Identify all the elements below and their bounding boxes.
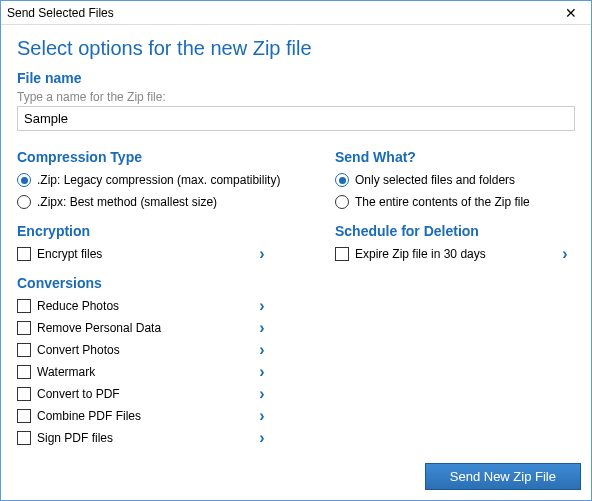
schedule-expire-row[interactable]: Expire Zip file in 30 days ›	[335, 243, 575, 265]
checkbox-icon	[17, 365, 31, 379]
filename-input[interactable]	[17, 106, 575, 131]
send-new-zip-button[interactable]: Send New Zip File	[425, 463, 581, 490]
radio-label: .Zipx: Best method (smallest size)	[37, 195, 217, 209]
titlebar: Send Selected Files ✕	[1, 1, 591, 25]
checkbox-icon	[17, 387, 31, 401]
conversion-combine-pdf[interactable]: Combine PDF Files ›	[17, 405, 272, 427]
checkbox-label: Reduce Photos	[37, 299, 252, 313]
checkbox-label: Remove Personal Data	[37, 321, 252, 335]
chevron-right-icon[interactable]: ›	[252, 297, 272, 315]
compression-option-zip[interactable]: .Zip: Legacy compression (max. compatibi…	[17, 169, 335, 191]
chevron-right-icon[interactable]: ›	[252, 429, 272, 447]
checkbox-icon	[17, 343, 31, 357]
compression-heading: Compression Type	[17, 149, 335, 165]
window-title: Send Selected Files	[7, 6, 551, 20]
checkbox-label: Encrypt files	[37, 247, 252, 261]
encrypt-files-row[interactable]: Encrypt files ›	[17, 243, 272, 265]
encryption-heading: Encryption	[17, 223, 335, 239]
radio-label: The entire contents of the Zip file	[355, 195, 530, 209]
chevron-right-icon[interactable]: ›	[252, 245, 272, 263]
dialog-footer: Send New Zip File	[1, 455, 591, 500]
conversion-convert-pdf[interactable]: Convert to PDF ›	[17, 383, 272, 405]
checkbox-icon	[17, 247, 31, 261]
checkbox-icon	[17, 431, 31, 445]
checkbox-label: Combine PDF Files	[37, 409, 252, 423]
conversion-watermark[interactable]: Watermark ›	[17, 361, 272, 383]
radio-icon	[17, 173, 31, 187]
chevron-right-icon[interactable]: ›	[252, 385, 272, 403]
conversion-sign-pdf[interactable]: Sign PDF files ›	[17, 427, 272, 449]
checkbox-label: Convert to PDF	[37, 387, 252, 401]
left-column: Compression Type .Zip: Legacy compressio…	[17, 143, 335, 449]
radio-icon	[335, 195, 349, 209]
conversion-reduce-photos[interactable]: Reduce Photos ›	[17, 295, 272, 317]
checkbox-label: Convert Photos	[37, 343, 252, 357]
right-column: Send What? Only selected files and folde…	[335, 143, 575, 449]
filename-heading: File name	[17, 70, 575, 86]
compression-option-zipx[interactable]: .Zipx: Best method (smallest size)	[17, 191, 335, 213]
chevron-right-icon[interactable]: ›	[252, 363, 272, 381]
checkbox-icon	[335, 247, 349, 261]
chevron-right-icon[interactable]: ›	[252, 341, 272, 359]
checkbox-icon	[17, 321, 31, 335]
filename-hint: Type a name for the Zip file:	[17, 90, 575, 104]
schedule-heading: Schedule for Deletion	[335, 223, 575, 239]
conversion-convert-photos[interactable]: Convert Photos ›	[17, 339, 272, 361]
checkbox-icon	[17, 409, 31, 423]
close-button[interactable]: ✕	[551, 1, 591, 25]
sendwhat-option-selected[interactable]: Only selected files and folders	[335, 169, 575, 191]
chevron-right-icon[interactable]: ›	[252, 319, 272, 337]
radio-label: Only selected files and folders	[355, 173, 515, 187]
radio-label: .Zip: Legacy compression (max. compatibi…	[37, 173, 280, 187]
checkbox-label: Expire Zip file in 30 days	[355, 247, 555, 261]
checkbox-label: Sign PDF files	[37, 431, 252, 445]
sendwhat-heading: Send What?	[335, 149, 575, 165]
radio-icon	[17, 195, 31, 209]
conversion-remove-personal-data[interactable]: Remove Personal Data ›	[17, 317, 272, 339]
chevron-right-icon[interactable]: ›	[555, 245, 575, 263]
sendwhat-option-entire[interactable]: The entire contents of the Zip file	[335, 191, 575, 213]
checkbox-label: Watermark	[37, 365, 252, 379]
conversions-heading: Conversions	[17, 275, 335, 291]
chevron-right-icon[interactable]: ›	[252, 407, 272, 425]
main-heading: Select options for the new Zip file	[17, 37, 575, 60]
checkbox-icon	[17, 299, 31, 313]
radio-icon	[335, 173, 349, 187]
dialog-content: Select options for the new Zip file File…	[1, 25, 591, 455]
